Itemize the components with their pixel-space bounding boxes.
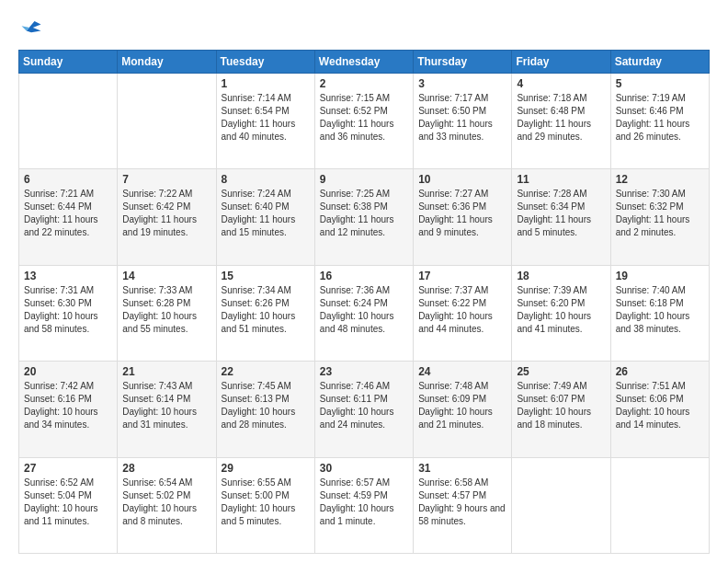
day-info: Sunrise: 7:45 AMSunset: 6:13 PMDaylight:… bbox=[222, 380, 310, 431]
calendar-cell: 10Sunrise: 7:27 AMSunset: 6:36 PMDayligh… bbox=[414, 169, 512, 265]
day-number: 25 bbox=[517, 365, 605, 378]
day-info: Sunrise: 7:46 AMSunset: 6:11 PMDaylight:… bbox=[320, 380, 408, 431]
calendar-week-3: 13Sunrise: 7:31 AMSunset: 6:30 PMDayligh… bbox=[19, 265, 710, 361]
calendar-cell: 29Sunrise: 6:55 AMSunset: 5:00 PMDayligh… bbox=[216, 457, 314, 553]
day-info: Sunrise: 7:25 AMSunset: 6:38 PMDaylight:… bbox=[320, 188, 408, 239]
calendar-cell: 26Sunrise: 7:51 AMSunset: 6:06 PMDayligh… bbox=[610, 362, 709, 457]
calendar-cell bbox=[610, 457, 709, 553]
svg-marker-0 bbox=[27, 21, 41, 32]
calendar-header-monday: Monday bbox=[118, 51, 216, 74]
calendar-cell bbox=[19, 74, 118, 169]
calendar-header-wednesday: Wednesday bbox=[314, 51, 413, 74]
calendar-cell: 24Sunrise: 7:48 AMSunset: 6:09 PMDayligh… bbox=[414, 362, 512, 457]
logo-icon bbox=[18, 15, 44, 40]
day-number: 5 bbox=[616, 77, 704, 90]
calendar-cell: 19Sunrise: 7:40 AMSunset: 6:18 PMDayligh… bbox=[610, 265, 709, 361]
day-info: Sunrise: 7:40 AMSunset: 6:18 PMDaylight:… bbox=[616, 284, 704, 336]
calendar-header-tuesday: Tuesday bbox=[216, 51, 314, 74]
day-number: 19 bbox=[616, 270, 704, 282]
calendar-cell: 31Sunrise: 6:58 AMSunset: 4:57 PMDayligh… bbox=[414, 457, 512, 553]
day-number: 16 bbox=[320, 270, 408, 282]
day-number: 15 bbox=[222, 270, 310, 282]
day-number: 10 bbox=[418, 173, 506, 186]
calendar-cell: 16Sunrise: 7:36 AMSunset: 6:24 PMDayligh… bbox=[314, 265, 413, 361]
day-number: 12 bbox=[616, 173, 704, 186]
calendar-cell: 20Sunrise: 7:42 AMSunset: 6:16 PMDayligh… bbox=[19, 362, 118, 457]
day-number: 7 bbox=[122, 173, 210, 186]
day-number: 9 bbox=[320, 173, 408, 186]
day-info: Sunrise: 6:55 AMSunset: 5:00 PMDaylight:… bbox=[222, 477, 310, 528]
day-info: Sunrise: 6:54 AMSunset: 5:02 PMDaylight:… bbox=[122, 477, 210, 528]
day-number: 23 bbox=[320, 365, 408, 378]
calendar-cell: 1Sunrise: 7:14 AMSunset: 6:54 PMDaylight… bbox=[216, 74, 314, 169]
day-number: 18 bbox=[517, 270, 605, 282]
calendar-cell bbox=[118, 74, 216, 169]
day-info: Sunrise: 7:36 AMSunset: 6:24 PMDaylight:… bbox=[320, 284, 408, 336]
day-info: Sunrise: 7:34 AMSunset: 6:26 PMDaylight:… bbox=[222, 284, 310, 336]
day-number: 27 bbox=[24, 462, 112, 475]
calendar-cell: 28Sunrise: 6:54 AMSunset: 5:02 PMDayligh… bbox=[118, 457, 216, 553]
day-number: 14 bbox=[122, 270, 210, 282]
calendar-cell: 18Sunrise: 7:39 AMSunset: 6:20 PMDayligh… bbox=[512, 265, 610, 361]
day-info: Sunrise: 7:21 AMSunset: 6:44 PMDaylight:… bbox=[24, 188, 112, 239]
calendar-table: SundayMondayTuesdayWednesdayThursdayFrid… bbox=[18, 50, 710, 554]
day-info: Sunrise: 7:18 AMSunset: 6:48 PMDaylight:… bbox=[517, 92, 605, 144]
day-info: Sunrise: 7:15 AMSunset: 6:52 PMDaylight:… bbox=[320, 92, 408, 144]
day-info: Sunrise: 7:42 AMSunset: 6:16 PMDaylight:… bbox=[24, 380, 112, 431]
day-info: Sunrise: 7:43 AMSunset: 6:14 PMDaylight:… bbox=[122, 380, 210, 431]
calendar-cell: 6Sunrise: 7:21 AMSunset: 6:44 PMDaylight… bbox=[19, 169, 118, 265]
calendar-cell: 9Sunrise: 7:25 AMSunset: 6:38 PMDaylight… bbox=[314, 169, 413, 265]
calendar-header-friday: Friday bbox=[512, 51, 610, 74]
calendar-cell: 11Sunrise: 7:28 AMSunset: 6:34 PMDayligh… bbox=[512, 169, 610, 265]
calendar-cell: 23Sunrise: 7:46 AMSunset: 6:11 PMDayligh… bbox=[314, 362, 413, 457]
day-info: Sunrise: 7:28 AMSunset: 6:34 PMDaylight:… bbox=[517, 188, 605, 239]
calendar-cell: 12Sunrise: 7:30 AMSunset: 6:32 PMDayligh… bbox=[610, 169, 709, 265]
calendar-cell: 15Sunrise: 7:34 AMSunset: 6:26 PMDayligh… bbox=[216, 265, 314, 361]
calendar-week-4: 20Sunrise: 7:42 AMSunset: 6:16 PMDayligh… bbox=[19, 362, 710, 457]
day-number: 2 bbox=[320, 77, 408, 90]
day-number: 21 bbox=[122, 365, 210, 378]
calendar-cell: 14Sunrise: 7:33 AMSunset: 6:28 PMDayligh… bbox=[118, 265, 216, 361]
day-info: Sunrise: 6:57 AMSunset: 4:59 PMDaylight:… bbox=[320, 477, 408, 528]
day-info: Sunrise: 7:22 AMSunset: 6:42 PMDaylight:… bbox=[122, 188, 210, 239]
day-info: Sunrise: 7:37 AMSunset: 6:22 PMDaylight:… bbox=[418, 284, 506, 336]
day-info: Sunrise: 7:33 AMSunset: 6:28 PMDaylight:… bbox=[122, 284, 210, 336]
day-number: 3 bbox=[418, 77, 506, 90]
calendar-cell bbox=[512, 457, 610, 553]
day-info: Sunrise: 7:51 AMSunset: 6:06 PMDaylight:… bbox=[616, 380, 704, 431]
calendar-cell: 8Sunrise: 7:24 AMSunset: 6:40 PMDaylight… bbox=[216, 169, 314, 265]
day-info: Sunrise: 7:49 AMSunset: 6:07 PMDaylight:… bbox=[517, 380, 605, 431]
day-number: 4 bbox=[517, 77, 605, 90]
day-number: 13 bbox=[24, 270, 112, 282]
day-number: 31 bbox=[418, 462, 506, 475]
calendar-cell: 27Sunrise: 6:52 AMSunset: 5:04 PMDayligh… bbox=[19, 457, 118, 553]
day-number: 28 bbox=[122, 462, 210, 475]
day-number: 1 bbox=[222, 77, 310, 90]
calendar-week-5: 27Sunrise: 6:52 AMSunset: 5:04 PMDayligh… bbox=[19, 457, 710, 553]
day-info: Sunrise: 6:58 AMSunset: 4:57 PMDaylight:… bbox=[418, 477, 506, 528]
day-number: 30 bbox=[320, 462, 408, 475]
calendar-cell: 7Sunrise: 7:22 AMSunset: 6:42 PMDaylight… bbox=[118, 169, 216, 265]
day-info: Sunrise: 7:19 AMSunset: 6:46 PMDaylight:… bbox=[616, 92, 704, 144]
day-info: Sunrise: 7:30 AMSunset: 6:32 PMDaylight:… bbox=[616, 188, 704, 239]
day-info: Sunrise: 7:39 AMSunset: 6:20 PMDaylight:… bbox=[517, 284, 605, 336]
day-number: 11 bbox=[517, 173, 605, 186]
calendar-cell: 25Sunrise: 7:49 AMSunset: 6:07 PMDayligh… bbox=[512, 362, 610, 457]
calendar-header-thursday: Thursday bbox=[414, 51, 512, 74]
day-number: 20 bbox=[24, 365, 112, 378]
day-number: 6 bbox=[24, 173, 112, 186]
day-number: 26 bbox=[616, 365, 704, 378]
day-number: 8 bbox=[222, 173, 310, 186]
calendar-cell: 4Sunrise: 7:18 AMSunset: 6:48 PMDaylight… bbox=[512, 74, 610, 169]
day-number: 24 bbox=[418, 365, 506, 378]
page-header bbox=[18, 15, 710, 40]
day-number: 29 bbox=[222, 462, 310, 475]
day-info: Sunrise: 7:24 AMSunset: 6:40 PMDaylight:… bbox=[222, 188, 310, 239]
logo bbox=[18, 15, 48, 40]
calendar-header-sunday: Sunday bbox=[19, 51, 118, 74]
day-info: Sunrise: 6:52 AMSunset: 5:04 PMDaylight:… bbox=[24, 477, 112, 528]
calendar-cell: 13Sunrise: 7:31 AMSunset: 6:30 PMDayligh… bbox=[19, 265, 118, 361]
day-info: Sunrise: 7:27 AMSunset: 6:36 PMDaylight:… bbox=[418, 188, 506, 239]
calendar-cell: 22Sunrise: 7:45 AMSunset: 6:13 PMDayligh… bbox=[216, 362, 314, 457]
day-info: Sunrise: 7:31 AMSunset: 6:30 PMDaylight:… bbox=[24, 284, 112, 336]
